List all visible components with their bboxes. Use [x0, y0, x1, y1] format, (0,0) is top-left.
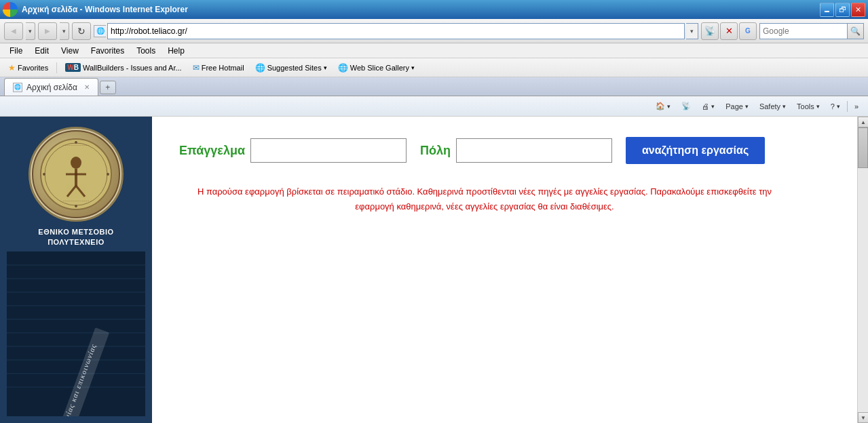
suggested-sites-fav[interactable]: 🌐 Suggested Sites ▾: [251, 62, 331, 74]
profession-group: Επάγγελμα: [179, 138, 407, 163]
page-toolbar-button[interactable]: Page: [721, 101, 753, 112]
content-area: Επάγγελμα Πόλη αναζήτηση εργασίας Η παρο…: [152, 117, 868, 423]
svg-point-5: [107, 173, 109, 176]
rss-toolbar-button[interactable]: 📡: [677, 100, 695, 112]
tools-toolbar-button[interactable]: Tools: [793, 101, 824, 112]
institution-name: ΕΘΝΙΚΟ ΜΕΤΣΟΒΙΟ ΠΟΛΥΤΕΧΝΕΙΟ: [38, 227, 113, 248]
close-button[interactable]: ✕: [851, 3, 865, 17]
web-slice-gallery-fav[interactable]: 🌐 Web Slice Gallery ▾: [334, 62, 419, 74]
print-icon: 🖨: [702, 102, 709, 110]
google-icon: G: [739, 22, 757, 40]
menu-bar: File Edit View Favorites Tools Help: [0, 43, 868, 58]
sidebar-image: αινοτομίας και επικοινωνίας: [7, 251, 145, 416]
profession-input[interactable]: [250, 138, 407, 163]
title-bar: Αρχική σελίδα - Windows Internet Explore…: [0, 0, 868, 19]
web-slice-label: Web Slice Gallery: [350, 64, 409, 72]
navigation-bar: ◀ ▶ ↻ 🌐 📡 ✕ G 🔍: [0, 19, 868, 43]
svg-point-3: [75, 205, 77, 207]
help-icon: ?: [831, 102, 835, 110]
ie-logo-icon: [3, 2, 18, 17]
expand-toolbar-button[interactable]: »: [850, 101, 863, 112]
wallbuilders-fav[interactable]: WB WallBuilders - Issues and Ar...: [61, 62, 185, 73]
search-input[interactable]: [759, 23, 848, 39]
suggested-sites-label: Suggested Sites: [267, 64, 322, 72]
institution-line1: ΕΘΝΙΚΟ ΜΕΤΣΟΒΙΟ: [38, 228, 113, 236]
scroll-thumb[interactable]: [858, 127, 868, 168]
main-layout: · · · · · · · · · · · · · · · · · · · · …: [0, 117, 868, 423]
hotmail-icon: ✉: [193, 63, 200, 73]
search-jobs-button[interactable]: αναζήτηση εργασίας: [626, 137, 765, 164]
suggested-dropdown-icon: ▾: [324, 64, 327, 71]
wallbuilders-label: WallBuilders - Issues and Ar...: [83, 64, 182, 72]
svg-point-6: [71, 157, 81, 169]
title-bar-text: Αρχική σελίδα - Windows Internet Explore…: [22, 5, 188, 14]
title-bar-controls: 🗕 🗗 ✕: [820, 3, 865, 17]
search-button[interactable]: 🔍: [848, 23, 864, 39]
vertical-scrollbar: ▲ ▼: [857, 117, 868, 423]
svg-text:· · · · · · · · · · · · ·: · · · · · · · · · · · · ·: [63, 199, 89, 203]
notice-text: Η παρούσα εφαρμογή βρίσκεται σε πειραματ…: [179, 184, 790, 214]
menu-view[interactable]: View: [56, 45, 84, 57]
forward-arrow-icon: ▶: [45, 27, 50, 35]
minimize-button[interactable]: 🗕: [820, 3, 834, 17]
address-dropdown[interactable]: [686, 23, 698, 39]
menu-favorites[interactable]: Favorites: [86, 45, 130, 57]
scroll-down-button[interactable]: ▼: [858, 412, 868, 423]
suggested-sites-icon: 🌐: [255, 63, 265, 73]
toolbar-separator: [847, 101, 848, 112]
menu-tools[interactable]: Tools: [131, 45, 161, 57]
scroll-track[interactable]: [858, 127, 868, 412]
new-tab-button[interactable]: +: [100, 81, 116, 94]
stop-button[interactable]: ✕: [720, 22, 738, 40]
menu-help[interactable]: Help: [162, 45, 190, 57]
help-toolbar-button[interactable]: ?: [827, 101, 844, 112]
logo-svg: · · · · · · · · · · · · · · · · · · · · …: [39, 137, 113, 212]
expand-icon: »: [854, 102, 858, 110]
back-button[interactable]: ◀: [4, 22, 23, 40]
menu-edit[interactable]: Edit: [29, 45, 54, 57]
tab-home-label: Αρχική σελίδα: [26, 83, 77, 92]
favorites-star-icon: ★: [8, 63, 16, 73]
page-label: Page: [725, 102, 743, 110]
city-input[interactable]: [456, 138, 612, 163]
safety-toolbar-button[interactable]: Safety: [755, 101, 790, 112]
tab-home[interactable]: 🌐 Αρχική σελίδα ✕: [4, 78, 98, 96]
hotmail-label: Free Hotmail: [202, 64, 244, 72]
tools-label: Tools: [797, 102, 814, 110]
home-toolbar-button[interactable]: 🏠 ▾: [652, 100, 675, 112]
sidebar-bg-svg: αινοτομίας και επικοινωνίας: [7, 251, 145, 416]
back-arrow-icon: ◀: [11, 27, 16, 35]
favorites-label: Favorites: [18, 64, 48, 72]
address-input[interactable]: [107, 23, 685, 39]
refresh-button[interactable]: ↻: [72, 22, 91, 40]
back-dropdown[interactable]: [26, 22, 35, 40]
address-bar: 🌐: [94, 23, 698, 39]
tab-close-icon[interactable]: ✕: [84, 83, 90, 91]
safety-label: Safety: [759, 102, 780, 110]
favorites-button[interactable]: ★ Favorites: [4, 62, 52, 74]
menu-file[interactable]: File: [4, 45, 28, 57]
logo-inner: · · · · · · · · · · · · · · · · · · · · …: [32, 130, 120, 218]
hotmail-fav[interactable]: ✉ Free Hotmail: [189, 62, 248, 74]
home-icon: 🏠: [656, 102, 665, 110]
forward-dropdown[interactable]: [60, 22, 69, 40]
tab-favicon: 🌐: [13, 83, 22, 92]
sidebar: · · · · · · · · · · · · · · · · · · · · …: [0, 117, 152, 423]
wallbuilders-icon: WB: [65, 63, 81, 72]
nav-icons: 📡 ✕ G: [701, 22, 757, 40]
refresh-icon: ↻: [77, 26, 86, 37]
search-form: Επάγγελμα Πόλη αναζήτηση εργασίας: [179, 137, 841, 164]
city-group: Πόλη: [420, 138, 612, 163]
favorites-bar: ★ Favorites WB WallBuilders - Issues and…: [0, 58, 868, 77]
search-bar: 🔍: [759, 23, 864, 39]
print-toolbar-button[interactable]: 🖨 ▾: [698, 101, 719, 112]
rss-icon[interactable]: 📡: [701, 22, 719, 40]
forward-button[interactable]: ▶: [38, 22, 57, 40]
svg-point-4: [43, 173, 45, 176]
scroll-up-button[interactable]: ▲: [858, 117, 868, 127]
sidebar-image-inner: αινοτομίας και επικοινωνίας: [7, 251, 145, 416]
svg-text:· · · · · · · · · · · · ·: · · · · · · · · · · · · ·: [63, 144, 89, 148]
toolbar-bar: 🏠 ▾ 📡 🖨 ▾ Page Safety Tools ? »: [0, 96, 868, 117]
favorites-separator: [56, 62, 57, 73]
maximize-button[interactable]: 🗗: [835, 3, 850, 17]
